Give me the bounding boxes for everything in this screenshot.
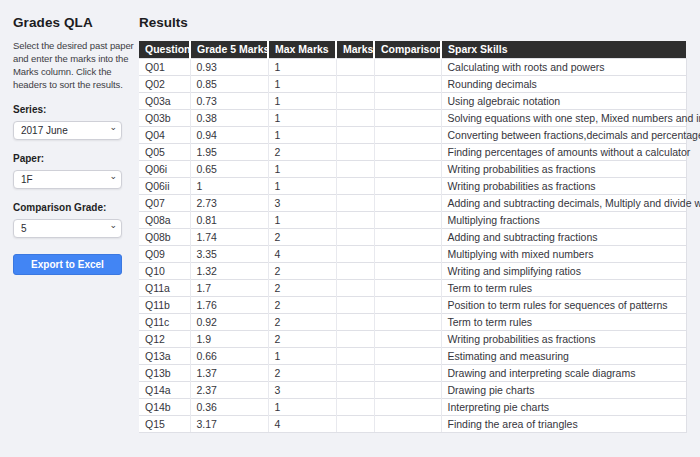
question-cell: Q08a xyxy=(139,211,190,228)
marks-cell[interactable] xyxy=(336,245,374,262)
marks-cell[interactable] xyxy=(336,126,374,143)
comparison-grade-label: Comparison Grade: xyxy=(13,202,139,213)
question-cell: Q10 xyxy=(139,262,190,279)
results-panel: Results QuestionGrade 5 MarksMax MarksMa… xyxy=(139,0,700,457)
marks-cell[interactable] xyxy=(336,211,374,228)
max-marks-cell: 1 xyxy=(268,347,336,364)
question-cell: Q14b xyxy=(139,398,190,415)
marks-cell[interactable] xyxy=(336,364,374,381)
comparison-cell xyxy=(374,160,441,177)
sparx-skills-cell: Multiplying with mixed numbers xyxy=(441,245,686,262)
max-marks-cell: 2 xyxy=(268,143,336,160)
column-header-marks[interactable]: Marks xyxy=(336,41,374,58)
marks-cell[interactable] xyxy=(336,313,374,330)
comparison-grade-select[interactable]: 5 xyxy=(13,219,122,238)
sparx-skills-cell: Interpreting pie charts xyxy=(441,398,686,415)
paper-select-wrap: 1F ⌄ xyxy=(13,169,122,189)
column-header-grade-5-marks[interactable]: Grade 5 Marks xyxy=(190,41,268,58)
question-cell: Q14a xyxy=(139,381,190,398)
marks-cell[interactable] xyxy=(336,279,374,296)
max-marks-cell: 2 xyxy=(268,262,336,279)
table-row: Q153.174Finding the area of triangles xyxy=(139,415,686,432)
question-cell: Q05 xyxy=(139,143,190,160)
marks-cell[interactable] xyxy=(336,160,374,177)
grade-5-marks-cell: 0.38 xyxy=(190,109,268,126)
question-cell: Q02 xyxy=(139,75,190,92)
max-marks-cell: 1 xyxy=(268,177,336,194)
sparx-skills-cell: Term to term rules xyxy=(441,313,686,330)
max-marks-cell: 1 xyxy=(268,160,336,177)
table-row: Q11b1.762Position to term rules for sequ… xyxy=(139,296,686,313)
column-header-max-marks[interactable]: Max Marks xyxy=(268,41,336,58)
comparison-cell xyxy=(374,75,441,92)
max-marks-cell: 1 xyxy=(268,398,336,415)
series-select-wrap: 2017 June ⌄ xyxy=(13,120,122,140)
marks-cell[interactable] xyxy=(336,75,374,92)
marks-cell[interactable] xyxy=(336,143,374,160)
max-marks-cell: 4 xyxy=(268,415,336,432)
sparx-skills-cell: Converting between fractions,decimals an… xyxy=(441,126,686,143)
marks-cell[interactable] xyxy=(336,194,374,211)
marks-cell[interactable] xyxy=(336,415,374,432)
comparison-cell xyxy=(374,381,441,398)
comparison-cell xyxy=(374,228,441,245)
grade-5-marks-cell: 0.65 xyxy=(190,160,268,177)
grade-5-marks-cell: 1.74 xyxy=(190,228,268,245)
comparison-cell xyxy=(374,143,441,160)
marks-cell[interactable] xyxy=(336,92,374,109)
question-cell: Q13a xyxy=(139,347,190,364)
max-marks-cell: 1 xyxy=(268,75,336,92)
sparx-skills-cell: Drawing and interpreting scale diagrams xyxy=(441,364,686,381)
marks-cell[interactable] xyxy=(336,228,374,245)
paper-select[interactable]: 1F xyxy=(13,170,122,189)
comparison-cell xyxy=(374,347,441,364)
comparison-cell xyxy=(374,126,441,143)
marks-cell[interactable] xyxy=(336,296,374,313)
marks-cell[interactable] xyxy=(336,262,374,279)
question-cell: Q09 xyxy=(139,245,190,262)
comparison-cell xyxy=(374,109,441,126)
results-table-body: Q010.931Calculating with roots and power… xyxy=(139,58,686,432)
marks-cell[interactable] xyxy=(336,398,374,415)
sparx-skills-cell: Estimating and measuring xyxy=(441,347,686,364)
export-to-excel-button[interactable]: Export to Excel xyxy=(13,254,122,275)
grade-5-marks-cell: 1.37 xyxy=(190,364,268,381)
question-cell: Q06i xyxy=(139,160,190,177)
grade-5-marks-cell: 1.7 xyxy=(190,279,268,296)
max-marks-cell: 1 xyxy=(268,126,336,143)
comparison-cell xyxy=(374,415,441,432)
marks-cell[interactable] xyxy=(336,330,374,347)
grade-5-marks-cell: 0.66 xyxy=(190,347,268,364)
grade-5-marks-cell: 0.93 xyxy=(190,58,268,75)
table-row: Q121.92Writing probabilities as fraction… xyxy=(139,330,686,347)
results-table: QuestionGrade 5 MarksMax MarksMarksCompa… xyxy=(139,41,687,433)
column-header-sparx-skills[interactable]: Sparx Skills xyxy=(441,41,686,58)
marks-cell[interactable] xyxy=(336,177,374,194)
column-header-comparison[interactable]: Comparison xyxy=(374,41,441,58)
sparx-skills-cell: Position to term rules for sequences of … xyxy=(441,296,686,313)
marks-cell[interactable] xyxy=(336,109,374,126)
comparison-cell xyxy=(374,313,441,330)
series-select[interactable]: 2017 June xyxy=(13,121,122,140)
comparison-cell xyxy=(374,279,441,296)
sparx-skills-cell: Term to term rules xyxy=(441,279,686,296)
grade-5-marks-cell: 3.35 xyxy=(190,245,268,262)
page: Grades QLA Select the desired past paper… xyxy=(0,0,700,457)
table-row: Q14a2.373Drawing pie charts xyxy=(139,381,686,398)
grade-5-marks-cell: 0.94 xyxy=(190,126,268,143)
table-row: Q13a0.661Estimating and measuring xyxy=(139,347,686,364)
question-cell: Q13b xyxy=(139,364,190,381)
question-cell: Q04 xyxy=(139,126,190,143)
max-marks-cell: 2 xyxy=(268,228,336,245)
table-row: Q093.354Multiplying with mixed numbers xyxy=(139,245,686,262)
column-header-question[interactable]: Question xyxy=(139,41,190,58)
comparison-cell xyxy=(374,364,441,381)
marks-cell[interactable] xyxy=(336,381,374,398)
max-marks-cell: 1 xyxy=(268,92,336,109)
comparison-cell xyxy=(374,296,441,313)
question-cell: Q06ii xyxy=(139,177,190,194)
question-cell: Q11b xyxy=(139,296,190,313)
sparx-skills-cell: Writing probabilities as fractions xyxy=(441,177,686,194)
marks-cell[interactable] xyxy=(336,347,374,364)
marks-cell[interactable] xyxy=(336,58,374,75)
